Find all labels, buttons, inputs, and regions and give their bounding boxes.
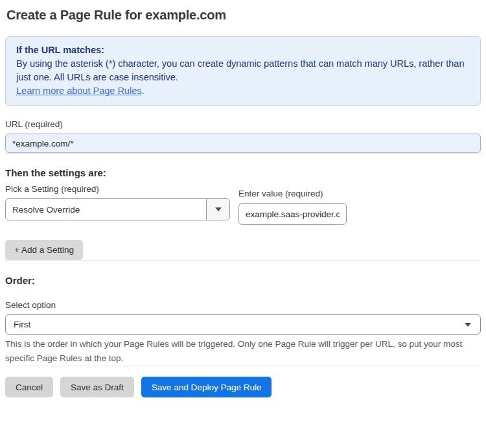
setting-select-group: Pick a Setting (required) Resolve Overri…: [5, 184, 230, 220]
info-box-body: By using the asterisk (*) character, you…: [16, 57, 470, 84]
order-select[interactable]: First: [5, 314, 481, 335]
divider: [5, 153, 481, 154]
cancel-button[interactable]: Cancel: [5, 377, 53, 397]
setting-select[interactable]: Resolve Override: [5, 198, 230, 220]
order-help-text: This is the order in which your Page Rul…: [5, 337, 472, 366]
save-and-deploy-button[interactable]: Save and Deploy Page Rule: [141, 377, 272, 397]
divider: [5, 260, 481, 261]
chevron-down-icon: [215, 207, 222, 211]
order-select-label: Select option: [5, 300, 481, 311]
page-rule-form: Create a Page Rule for example.com If th…: [0, 6, 486, 397]
info-box-link-line: Learn more about Page Rules.: [16, 84, 470, 98]
link-suffix: .: [141, 86, 144, 96]
chevron-down-icon: [465, 323, 471, 327]
url-input[interactable]: [5, 134, 481, 153]
order-section-heading: Order:: [5, 275, 481, 287]
settings-section-heading: Then the settings are:: [5, 167, 481, 179]
divider: [5, 366, 481, 366]
value-field-label: Enter value (required): [238, 189, 347, 199]
page-title: Create a Page Rule for example.com: [6, 6, 480, 23]
setting-select-arrow-box[interactable]: [206, 199, 229, 220]
url-match-info-box: If the URL matches: By using the asteris…: [5, 36, 481, 106]
footer-actions: Cancel Save as Draft Save and Deploy Pag…: [5, 377, 481, 397]
save-as-draft-button[interactable]: Save as Draft: [60, 377, 134, 397]
setting-select-value: Resolve Override: [6, 205, 206, 215]
setting-value-input[interactable]: [238, 203, 347, 225]
setting-value-group: Enter value (required): [238, 189, 347, 225]
add-setting-button[interactable]: + Add a Setting: [5, 240, 83, 260]
setting-select-label: Pick a Setting (required): [5, 184, 230, 195]
learn-more-link[interactable]: Learn more about Page Rules: [16, 86, 141, 96]
info-box-heading: If the URL matches:: [16, 43, 470, 57]
url-field-label: URL (required): [5, 119, 481, 130]
order-select-value: First: [14, 320, 30, 329]
settings-row: Pick a Setting (required) Resolve Overri…: [5, 184, 481, 225]
